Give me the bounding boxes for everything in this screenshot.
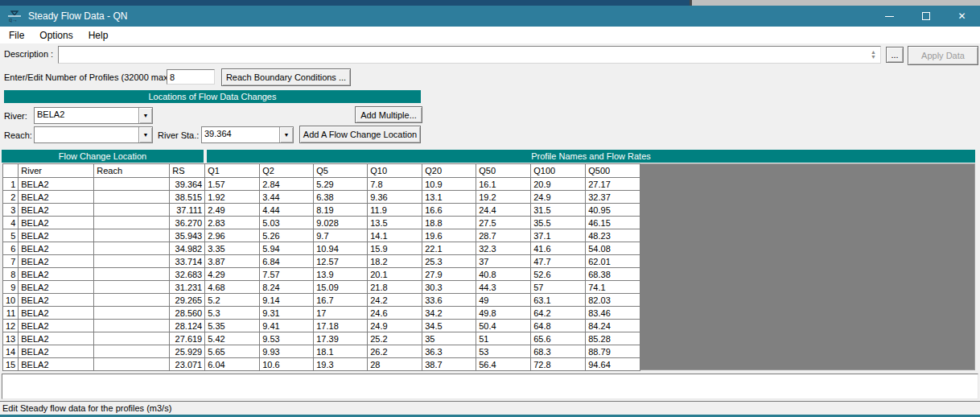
cell-q100[interactable]: 72.8 (531, 358, 586, 371)
menu-help[interactable]: Help (86, 29, 111, 42)
cell-q2[interactable]: 9.53 (260, 332, 314, 345)
title-bar[interactable]: q→ Steady Flow Data - QN ✕ (0, 6, 980, 27)
menu-file[interactable]: File (6, 29, 27, 42)
cell-q500[interactable]: 88.79 (586, 345, 640, 358)
cell-q2[interactable]: 5.94 (260, 242, 314, 255)
minimize-button[interactable] (871, 6, 908, 27)
flow-table[interactable]: RiverReachRSQ1Q2Q5Q10Q20Q50Q100Q500 1BEL… (2, 163, 640, 371)
cell-q2[interactable]: 4.44 (260, 204, 314, 217)
river-sta-dropdown-button[interactable]: ▼ (279, 127, 293, 142)
apply-data-button[interactable]: Apply Data (908, 46, 978, 65)
cell-q1[interactable]: 6.04 (205, 358, 260, 371)
description-browse-button[interactable]: ... (886, 47, 904, 63)
cell-q500[interactable]: 46.15 (586, 217, 640, 229)
cell-q500[interactable]: 27.17 (586, 178, 640, 191)
cell-q100[interactable]: 47.7 (531, 255, 586, 268)
cell-q20[interactable]: 34.2 (422, 307, 476, 320)
cell-q1[interactable]: 4.29 (205, 268, 260, 281)
reach-dropdown-button[interactable]: ▼ (138, 127, 152, 142)
cell-q20[interactable]: 30.3 (422, 281, 476, 294)
cell-q1[interactable]: 1.57 (205, 178, 260, 191)
cell-q1[interactable]: 3.35 (205, 242, 260, 255)
cell-q500[interactable]: 40.95 (586, 204, 640, 217)
cell-q500[interactable]: 62.01 (586, 255, 640, 268)
maximize-button[interactable] (908, 6, 944, 27)
cell-q100[interactable]: 35.5 (531, 217, 586, 229)
cell-q500[interactable]: 82.03 (586, 294, 640, 307)
cell-q20[interactable]: 13.1 (422, 191, 476, 204)
cell-q500[interactable]: 94.64 (586, 358, 640, 371)
cell-q500[interactable]: 83.46 (586, 307, 640, 320)
cell-q20[interactable]: 22.1 (422, 242, 476, 255)
cell-q2[interactable]: 9.93 (260, 345, 314, 358)
cell-q10[interactable]: 21.8 (368, 281, 422, 294)
cell-q5[interactable]: 9.028 (314, 217, 368, 229)
cell-q1[interactable]: 5.65 (205, 345, 260, 358)
cell-q10[interactable]: 18.2 (368, 255, 422, 268)
cell-q10[interactable]: 9.36 (368, 191, 422, 204)
menu-options[interactable]: Options (37, 29, 75, 42)
cell-q500[interactable]: 48.23 (586, 229, 640, 242)
cell-q2[interactable]: 10.6 (260, 358, 314, 371)
cell-q1[interactable]: 5.35 (205, 320, 260, 332)
cell-q5[interactable]: 18.1 (314, 345, 368, 358)
cell-q1[interactable]: 4.68 (205, 281, 260, 294)
cell-q50[interactable]: 27.5 (476, 217, 531, 229)
cell-q100[interactable]: 57 (531, 281, 586, 294)
cell-q10[interactable]: 26.2 (368, 345, 422, 358)
cell-q500[interactable]: 68.38 (586, 268, 640, 281)
cell-q20[interactable]: 38.7 (422, 358, 476, 371)
cell-q2[interactable]: 9.41 (260, 320, 314, 332)
cell-q10[interactable]: 24.9 (368, 320, 422, 332)
cell-q5[interactable]: 15.09 (314, 281, 368, 294)
cell-q50[interactable]: 49 (476, 294, 531, 307)
cell-q10[interactable]: 15.9 (368, 242, 422, 255)
cell-q100[interactable]: 68.3 (531, 345, 586, 358)
cell-q5[interactable]: 19.3 (314, 358, 368, 371)
cell-q10[interactable]: 24.6 (368, 307, 422, 320)
cell-q10[interactable]: 28 (368, 358, 422, 371)
cell-q20[interactable]: 33.6 (422, 294, 476, 307)
cell-q500[interactable]: 84.24 (586, 320, 640, 332)
profiles-input[interactable] (167, 69, 215, 85)
cell-q10[interactable]: 25.2 (368, 332, 422, 345)
cell-q10[interactable]: 11.9 (368, 204, 422, 217)
cell-q100[interactable]: 65.6 (531, 332, 586, 345)
cell-q100[interactable]: 64.2 (531, 307, 586, 320)
cell-q20[interactable]: 10.9 (422, 178, 476, 191)
cell-q2[interactable]: 5.26 (260, 229, 314, 242)
cell-q5[interactable]: 9.7 (314, 229, 368, 242)
cell-q50[interactable]: 56.4 (476, 358, 531, 371)
cell-q10[interactable]: 14.1 (368, 229, 422, 242)
cell-q2[interactable]: 3.44 (260, 191, 314, 204)
close-button[interactable]: ✕ (944, 6, 980, 27)
cell-q1[interactable]: 5.42 (205, 332, 260, 345)
cell-q20[interactable]: 18.8 (422, 217, 476, 229)
cell-q50[interactable]: 28.7 (476, 229, 531, 242)
add-multiple-button[interactable]: Add Multiple... (355, 106, 422, 123)
cell-q50[interactable]: 19.2 (476, 191, 531, 204)
cell-q1[interactable]: 2.83 (205, 217, 260, 229)
cell-q1[interactable]: 2.49 (205, 204, 260, 217)
cell-q50[interactable]: 49.8 (476, 307, 531, 320)
cell-q50[interactable]: 32.3 (476, 242, 531, 255)
cell-q10[interactable]: 20.1 (368, 268, 422, 281)
cell-q2[interactable]: 9.31 (260, 307, 314, 320)
cell-q5[interactable]: 17.39 (314, 332, 368, 345)
cell-q2[interactable]: 2.84 (260, 178, 314, 191)
cell-q50[interactable]: 50.4 (476, 320, 531, 332)
river-sta-dropdown[interactable]: 39.364 ▼ (201, 126, 294, 143)
reach-boundary-conditions-button[interactable]: Reach Boundary Conditions ... (221, 68, 351, 86)
cell-q100[interactable]: 52.6 (531, 268, 586, 281)
cell-q5[interactable]: 6.38 (314, 191, 368, 204)
cell-q20[interactable]: 34.5 (422, 320, 476, 332)
add-flow-change-location-button[interactable]: Add A Flow Change Location (299, 126, 421, 143)
cell-q5[interactable]: 16.7 (314, 294, 368, 307)
cell-q10[interactable]: 7.8 (368, 178, 422, 191)
cell-q20[interactable]: 35 (422, 332, 476, 345)
cell-q500[interactable]: 74.1 (586, 281, 640, 294)
cell-q500[interactable]: 32.37 (586, 191, 640, 204)
cell-q5[interactable]: 13.9 (314, 268, 368, 281)
reach-dropdown[interactable]: ▼ (34, 126, 153, 143)
cell-q2[interactable]: 8.24 (260, 281, 314, 294)
